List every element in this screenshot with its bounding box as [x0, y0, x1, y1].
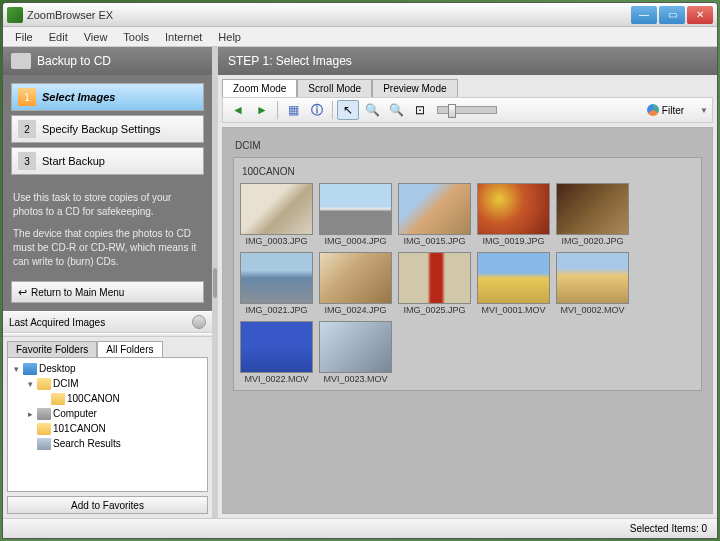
select-all-button[interactable]: ▦ — [282, 100, 304, 120]
return-label: Return to Main Menu — [31, 287, 124, 298]
add-favorites-button[interactable]: Add to Favorites — [7, 496, 208, 514]
thumbnail[interactable]: MVI_0022.MOV — [240, 321, 313, 384]
last-acquired-label: Last Acquired Images — [9, 317, 105, 328]
back-button[interactable]: ◄ — [227, 100, 249, 120]
folder-icon — [37, 378, 51, 390]
mode-tabs: Zoom Mode Scroll Mode Preview Mode — [218, 75, 717, 97]
return-main-button[interactable]: ↩ Return to Main Menu — [11, 281, 204, 303]
thumbnail[interactable]: MVI_0001.MOV — [477, 252, 550, 315]
folder-label: DCIM — [233, 138, 702, 157]
slider-thumb[interactable] — [448, 104, 456, 118]
pointer-icon: ↖ — [343, 103, 353, 117]
collapse-icon[interactable]: ▾ — [25, 379, 35, 389]
thumbnail[interactable]: IMG_0004.JPG — [319, 183, 392, 246]
image-browser[interactable]: DCIM 100CANON IMG_0003.JPGIMG_0004.JPGIM… — [222, 127, 713, 514]
tab-all-folders[interactable]: All Folders — [97, 341, 162, 357]
thumbnail[interactable]: MVI_0023.MOV — [319, 321, 392, 384]
folder-icon — [51, 393, 65, 405]
thumbnail-filename: MVI_0001.MOV — [477, 305, 550, 315]
thumbnail-filename: MVI_0002.MOV — [556, 305, 629, 315]
wizard-steps: 1 Select Images 2 Specify Backup Setting… — [3, 75, 212, 187]
thumbnail[interactable]: IMG_0020.JPG — [556, 183, 629, 246]
pointer-tool-button[interactable]: ↖ — [337, 100, 359, 120]
separator — [332, 101, 333, 119]
thumbnail-grid: IMG_0003.JPGIMG_0004.JPGIMG_0015.JPGIMG_… — [240, 183, 695, 384]
menu-edit[interactable]: Edit — [41, 29, 76, 45]
wizard-step-1[interactable]: 1 Select Images — [11, 83, 204, 111]
thumbnail[interactable]: MVI_0002.MOV — [556, 252, 629, 315]
expand-icon[interactable] — [192, 315, 206, 329]
last-acquired-header[interactable]: Last Acquired Images — [3, 311, 212, 333]
thumbnail-filename: IMG_0004.JPG — [319, 236, 392, 246]
fit-button[interactable]: ⊡ — [409, 100, 431, 120]
zoom-slider[interactable] — [437, 106, 497, 114]
selected-count: Selected Items: 0 — [630, 523, 707, 534]
tree-node-101canon[interactable]: 101CANON — [11, 421, 204, 436]
menu-internet[interactable]: Internet — [157, 29, 210, 45]
wizard-step-2[interactable]: 2 Specify Backup Settings — [11, 115, 204, 143]
tree-node-search[interactable]: Search Results — [11, 436, 204, 451]
window-title: ZoomBrowser EX — [27, 9, 631, 21]
forward-arrow-icon: ► — [256, 103, 268, 117]
step-number: 1 — [18, 88, 36, 106]
menu-help[interactable]: Help — [210, 29, 249, 45]
sidebar: Backup to CD 1 Select Images 2 Specify B… — [3, 47, 212, 518]
thumbnail-filename: MVI_0023.MOV — [319, 374, 392, 384]
folder-tree[interactable]: ▾Desktop ▾DCIM 100CANON ▸Computer 101CAN… — [7, 357, 208, 492]
tab-scroll-mode[interactable]: Scroll Mode — [297, 79, 372, 97]
filter-button[interactable]: Filter — [643, 104, 688, 116]
fit-icon: ⊡ — [415, 103, 425, 117]
tab-preview-mode[interactable]: Preview Mode — [372, 79, 457, 97]
thumbnail[interactable]: IMG_0024.JPG — [319, 252, 392, 315]
menu-tools[interactable]: Tools — [115, 29, 157, 45]
collapse-icon[interactable]: ▾ — [11, 364, 21, 374]
cd-icon — [11, 53, 31, 69]
menubar: File Edit View Tools Internet Help — [3, 27, 717, 47]
wizard-step-3[interactable]: 3 Start Backup — [11, 147, 204, 175]
folder-icon — [37, 423, 51, 435]
thumbnail[interactable]: IMG_0025.JPG — [398, 252, 471, 315]
computer-icon — [37, 408, 51, 420]
thumbnail-filename: IMG_0003.JPG — [240, 236, 313, 246]
search-icon — [37, 438, 51, 450]
thumbnail-filename: IMG_0024.JPG — [319, 305, 392, 315]
close-button[interactable]: ✕ — [687, 6, 713, 24]
tree-node-computer[interactable]: ▸Computer — [11, 406, 204, 421]
info-button[interactable]: ⓘ — [306, 100, 328, 120]
thumbnail[interactable]: IMG_0015.JPG — [398, 183, 471, 246]
menu-view[interactable]: View — [76, 29, 116, 45]
info-icon: ⓘ — [311, 102, 323, 119]
subfolder-panel: 100CANON IMG_0003.JPGIMG_0004.JPGIMG_001… — [233, 157, 702, 391]
thumbnail-image — [556, 183, 629, 235]
tab-favorite-folders[interactable]: Favorite Folders — [7, 341, 97, 357]
menu-file[interactable]: File — [7, 29, 41, 45]
tree-node-100canon[interactable]: 100CANON — [11, 391, 204, 406]
thumbnail[interactable]: IMG_0019.JPG — [477, 183, 550, 246]
thumbnail-image — [319, 321, 392, 373]
main-panel: STEP 1: Select Images Zoom Mode Scroll M… — [218, 47, 717, 518]
thumbnail[interactable]: IMG_0003.JPG — [240, 183, 313, 246]
tab-zoom-mode[interactable]: Zoom Mode — [222, 79, 297, 97]
thumbnail-image — [398, 183, 471, 235]
zoom-out-icon: 🔍 — [389, 103, 404, 117]
step-number: 2 — [18, 120, 36, 138]
back-arrow-icon: ◄ — [232, 103, 244, 117]
expand-icon[interactable]: ▸ — [25, 409, 35, 419]
zoom-in-button[interactable]: 🔍 — [361, 100, 383, 120]
titlebar[interactable]: ZoomBrowser EX — ▭ ✕ — [3, 3, 717, 27]
thumbnail-filename: IMG_0025.JPG — [398, 305, 471, 315]
dropdown-icon[interactable]: ▼ — [700, 106, 708, 115]
tree-node-desktop[interactable]: ▾Desktop — [11, 361, 204, 376]
separator — [277, 101, 278, 119]
forward-button[interactable]: ► — [251, 100, 273, 120]
minimize-button[interactable]: — — [631, 6, 657, 24]
tree-node-dcim[interactable]: ▾DCIM — [11, 376, 204, 391]
zoom-out-button[interactable]: 🔍 — [385, 100, 407, 120]
step-label: Select Images — [42, 91, 115, 103]
thumbnail-image — [319, 252, 392, 304]
maximize-button[interactable]: ▭ — [659, 6, 685, 24]
thumbnail-image — [240, 252, 313, 304]
thumbnail[interactable]: IMG_0021.JPG — [240, 252, 313, 315]
thumbnail-filename: IMG_0021.JPG — [240, 305, 313, 315]
step-label: Start Backup — [42, 155, 105, 167]
